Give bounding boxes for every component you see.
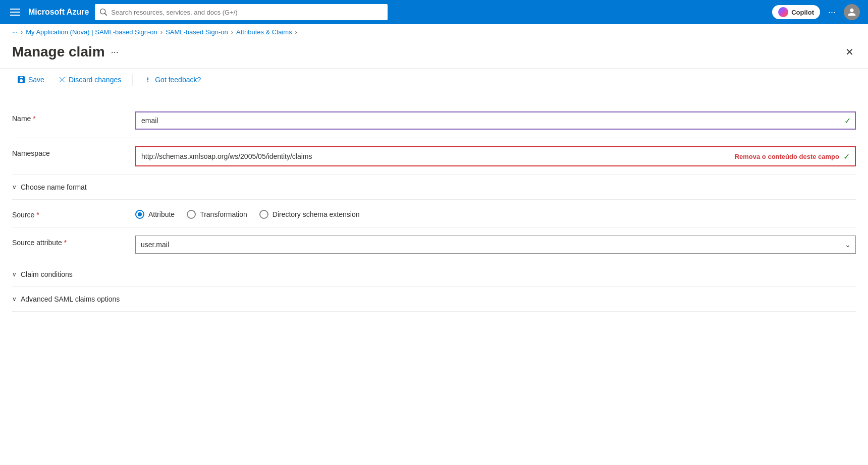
save-label: Save bbox=[28, 76, 44, 84]
name-input[interactable] bbox=[135, 111, 856, 130]
advanced-saml-row[interactable]: ∨ Advanced SAML claims options bbox=[12, 287, 856, 312]
radio-transformation-circle[interactable] bbox=[187, 210, 196, 219]
source-label: Source * bbox=[12, 208, 123, 219]
radio-transformation-label: Transformation bbox=[200, 210, 247, 218]
search-bar[interactable] bbox=[95, 4, 388, 20]
namespace-control: Remova o conteúdo deste campo ✓ bbox=[135, 146, 856, 166]
breadcrumb-item-1[interactable]: SAML-based Sign-on bbox=[166, 28, 228, 36]
source-row: Source * Attribute Transformation Direct… bbox=[12, 200, 856, 227]
name-required-star: * bbox=[33, 114, 35, 123]
page-more-button[interactable]: ··· bbox=[111, 47, 119, 57]
source-attribute-select[interactable]: user.mail user.userprincipalname user.gi… bbox=[135, 236, 856, 254]
copilot-icon bbox=[778, 7, 788, 17]
discard-icon bbox=[59, 76, 66, 83]
radio-directory-circle[interactable] bbox=[259, 210, 268, 219]
source-radio-group: Attribute Transformation Directory schem… bbox=[135, 208, 856, 219]
save-icon bbox=[17, 76, 25, 84]
save-button[interactable]: Save bbox=[12, 73, 49, 87]
choose-name-format-row[interactable]: ∨ Choose name format bbox=[12, 175, 856, 200]
source-attribute-label: Source attribute * bbox=[12, 236, 123, 247]
breadcrumb-sep-2: › bbox=[231, 28, 233, 36]
breadcrumb-item-2[interactable]: Attributes & Claims bbox=[236, 28, 292, 36]
radio-directory-label: Directory schema extension bbox=[273, 210, 360, 218]
toolbar: Save Discard changes Got feedback? bbox=[0, 68, 868, 91]
name-row: Name * ✓ bbox=[12, 103, 856, 138]
form-body: Name * ✓ Namespace Remova o conteúdo des… bbox=[0, 91, 868, 324]
name-control: ✓ bbox=[135, 111, 856, 130]
feedback-icon bbox=[144, 76, 152, 84]
namespace-row: Namespace Remova o conteúdo deste campo … bbox=[12, 138, 856, 175]
page-title: Manage claim bbox=[12, 44, 105, 60]
copilot-label: Copilot bbox=[791, 9, 814, 16]
chevron-claim-conditions-icon: ∨ bbox=[12, 271, 17, 278]
source-attribute-dropdown-wrapper: user.mail user.userprincipalname user.gi… bbox=[135, 236, 856, 254]
breadcrumb-sep-3: › bbox=[295, 28, 297, 36]
page-header: Manage claim ··· ✕ bbox=[0, 40, 868, 68]
breadcrumb: ··· › My Application (Nova) | SAML-based… bbox=[0, 24, 868, 40]
toolbar-divider bbox=[132, 74, 133, 86]
namespace-input[interactable] bbox=[136, 147, 731, 165]
radio-transformation[interactable]: Transformation bbox=[187, 210, 247, 219]
name-checkmark: ✓ bbox=[844, 116, 851, 126]
chevron-advanced-icon: ∨ bbox=[12, 296, 17, 303]
source-attribute-row: Source attribute * user.mail user.userpr… bbox=[12, 227, 856, 262]
radio-directory[interactable]: Directory schema extension bbox=[259, 210, 360, 219]
copilot-button[interactable]: Copilot bbox=[772, 5, 820, 19]
claim-conditions-label: Claim conditions bbox=[21, 270, 73, 278]
search-input[interactable] bbox=[111, 9, 383, 16]
name-label: Name * bbox=[12, 111, 123, 123]
claim-conditions-row[interactable]: ∨ Claim conditions bbox=[12, 262, 856, 287]
more-options-button[interactable]: ··· bbox=[824, 5, 840, 20]
close-button[interactable]: ✕ bbox=[843, 44, 856, 60]
discard-button[interactable]: Discard changes bbox=[53, 73, 126, 87]
breadcrumb-item-0[interactable]: My Application (Nova) | SAML-based Sign-… bbox=[26, 28, 157, 36]
search-icon bbox=[100, 9, 107, 16]
namespace-checkmark: ✓ bbox=[843, 152, 855, 161]
top-navigation: Microsoft Azure Copilot ··· bbox=[0, 0, 868, 24]
source-control: Attribute Transformation Directory schem… bbox=[135, 208, 856, 219]
nav-right: Copilot ··· bbox=[772, 4, 860, 20]
namespace-hint: Remova o conteúdo deste campo bbox=[731, 153, 843, 160]
radio-attribute[interactable]: Attribute bbox=[135, 210, 175, 219]
choose-name-format-label: Choose name format bbox=[21, 183, 87, 191]
source-required-star: * bbox=[36, 211, 39, 219]
namespace-label: Namespace bbox=[12, 146, 123, 157]
avatar-icon bbox=[847, 8, 856, 17]
namespace-wrapper: Remova o conteúdo deste campo ✓ bbox=[135, 146, 856, 166]
hamburger-menu[interactable] bbox=[8, 7, 22, 18]
discard-label: Discard changes bbox=[69, 76, 121, 84]
user-avatar[interactable] bbox=[844, 4, 860, 20]
source-attribute-control: user.mail user.userprincipalname user.gi… bbox=[135, 236, 856, 254]
feedback-button[interactable]: Got feedback? bbox=[139, 73, 206, 87]
breadcrumb-sep-0: › bbox=[21, 28, 23, 36]
feedback-label: Got feedback? bbox=[155, 76, 201, 84]
chevron-down-icon: ∨ bbox=[12, 184, 17, 191]
advanced-label: Advanced SAML claims options bbox=[21, 295, 120, 303]
breadcrumb-dots[interactable]: ··· bbox=[12, 28, 18, 36]
source-attribute-required-star: * bbox=[64, 239, 67, 247]
radio-attribute-label: Attribute bbox=[148, 210, 175, 218]
radio-attribute-circle[interactable] bbox=[135, 210, 144, 219]
brand-name: Microsoft Azure bbox=[28, 8, 89, 17]
breadcrumb-sep-1: › bbox=[160, 28, 162, 36]
